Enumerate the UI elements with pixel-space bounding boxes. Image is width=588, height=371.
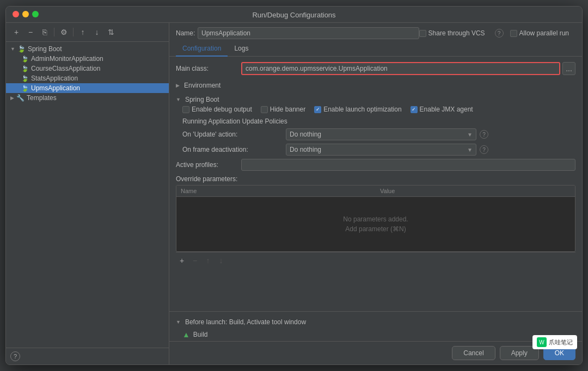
- traffic-lights: [13, 11, 39, 17]
- upms-label: UpmsApplication: [31, 84, 80, 92]
- move-up-button[interactable]: ↑: [77, 26, 89, 38]
- running-policy-title: Running Application Update Policies: [182, 118, 575, 125]
- tabs-row: Configuration Logs: [169, 41, 582, 57]
- dialog-title: Run/Debug Configurations: [252, 11, 335, 19]
- sidebar: + − ⎘ ⚙ ↑ ↓ ⇅ ▼ 🍃 Spring Boot �: [6, 23, 169, 364]
- share-vcs-checkbox[interactable]: [419, 30, 426, 37]
- table-value-col: Value: [376, 186, 575, 196]
- hide-banner-label: Hide banner: [261, 106, 305, 113]
- spring-boot-label: Spring Boot: [28, 45, 62, 53]
- sort-button[interactable]: ⇅: [105, 26, 117, 38]
- header-right: Share through VCS ? Allow parallel run: [419, 29, 575, 38]
- name-input[interactable]: [198, 27, 419, 39]
- enable-debug-checkbox[interactable]: [182, 106, 189, 113]
- active-profiles-input[interactable]: [241, 159, 575, 171]
- on-frame-arrow: ▼: [467, 147, 473, 153]
- on-frame-help[interactable]: ?: [480, 145, 488, 154]
- enable-debug-text: Enable debug output: [192, 106, 252, 113]
- on-frame-value: Do nothing: [290, 146, 321, 153]
- toolbar-separator: [54, 28, 54, 36]
- before-launch-label: Before launch: Build, Activate tool wind…: [185, 318, 306, 326]
- settings-button[interactable]: ⚙: [58, 26, 70, 38]
- override-section: Override parameters: Name Value No param…: [176, 175, 575, 269]
- admin-monitor-label: AdminMonitorApplication: [31, 55, 103, 63]
- override-title: Override parameters:: [176, 175, 575, 183]
- add-config-button[interactable]: +: [10, 26, 22, 38]
- tab-logs[interactable]: Logs: [228, 41, 255, 57]
- on-update-value: Do nothing: [290, 131, 321, 138]
- enable-jmx-text: Enable JMX agent: [420, 106, 473, 113]
- environment-chevron: ▶: [176, 83, 180, 88]
- build-label: Build: [193, 331, 208, 338]
- environment-header[interactable]: ▶ Environment: [176, 79, 575, 91]
- minimize-button[interactable]: [22, 11, 29, 17]
- spring-boot-options: Enable debug output Hide banner Enable l…: [182, 106, 575, 113]
- templates-group[interactable]: ▶ 🔧 Templates: [6, 93, 169, 103]
- copy-config-button[interactable]: ⎘: [39, 26, 51, 38]
- add-param-text: Add parameter: [345, 225, 388, 233]
- spring-boot-section-label: Spring Boot: [185, 96, 219, 103]
- spring-boot-chevron: ▼: [10, 46, 15, 52]
- enable-jmx-checkbox[interactable]: [411, 106, 418, 113]
- on-update-dropdown[interactable]: Do nothing ▼: [286, 128, 476, 140]
- table-body: No parameters added. Add parameter (⌘N): [176, 197, 575, 251]
- help-button[interactable]: ?: [10, 351, 20, 361]
- spring-boot-section-chevron: ▼: [176, 97, 181, 102]
- on-update-help[interactable]: ?: [480, 130, 488, 139]
- on-frame-dropdown[interactable]: Do nothing ▼: [286, 144, 476, 156]
- environment-section: ▶ Environment: [176, 79, 575, 91]
- enable-launch-opt-text: Enable launch optimization: [323, 106, 401, 113]
- move-down-button[interactable]: ↓: [91, 26, 103, 38]
- course-class-icon: 🍃: [21, 65, 29, 72]
- override-table: Name Value No parameters added. Add para…: [176, 185, 575, 252]
- main-content: + − ⎘ ⚙ ↑ ↓ ⇅ ▼ 🍃 Spring Boot �: [6, 23, 582, 364]
- table-header: Name Value: [176, 186, 575, 197]
- maximize-button[interactable]: [32, 11, 39, 17]
- spring-boot-section-header[interactable]: ▼ Spring Boot: [176, 94, 575, 106]
- main-class-row: Main class: ...: [176, 62, 575, 75]
- share-vcs-help[interactable]: ?: [495, 29, 504, 38]
- sidebar-item-admin-monitor[interactable]: 🍃 AdminMonitorApplication: [6, 54, 169, 64]
- table-down-button[interactable]: ↓: [215, 255, 227, 267]
- sidebar-item-stats[interactable]: 🍃 StatsApplication: [6, 73, 169, 83]
- before-launch-header[interactable]: ▼ Before launch: Build, Activate tool wi…: [169, 316, 582, 328]
- active-profiles-label: Active profiles:: [176, 161, 241, 169]
- stats-label: StatsApplication: [31, 75, 78, 82]
- spring-boot-section-content: Enable debug output Hide banner Enable l…: [176, 106, 575, 156]
- sidebar-item-upms[interactable]: 🍃 UpmsApplication: [6, 83, 169, 93]
- browse-main-class-button[interactable]: ...: [562, 62, 575, 75]
- environment-label: Environment: [184, 82, 220, 89]
- sidebar-toolbar: + − ⎘ ⚙ ↑ ↓ ⇅: [6, 23, 169, 42]
- close-button[interactable]: [13, 11, 19, 17]
- on-frame-row: On frame deactivation: Do nothing ▼ ?: [182, 144, 575, 156]
- table-name-col: Name: [176, 186, 376, 196]
- tab-configuration[interactable]: Configuration: [176, 41, 228, 57]
- profiles-row: Active profiles:: [176, 159, 575, 171]
- sidebar-item-course-class[interactable]: 🍃 CourseClassApplication: [6, 64, 169, 73]
- before-launch-section: ▼ Before launch: Build, Activate tool wi…: [169, 311, 582, 341]
- enable-launch-opt-checkbox[interactable]: [314, 106, 321, 113]
- hide-banner-checkbox[interactable]: [261, 106, 268, 113]
- build-icon: ▲: [182, 330, 190, 339]
- upms-icon: 🍃: [21, 85, 29, 92]
- table-add-button[interactable]: +: [176, 255, 188, 267]
- toolbar-separator-2: [73, 28, 74, 36]
- admin-monitor-icon: 🍃: [21, 55, 29, 63]
- allow-parallel-label: Allow parallel run: [510, 29, 569, 37]
- share-vcs-label: Share through VCS: [419, 29, 485, 37]
- main-class-label: Main class:: [176, 65, 241, 72]
- spring-boot-group[interactable]: ▼ 🍃 Spring Boot: [6, 44, 169, 54]
- remove-config-button[interactable]: −: [24, 26, 36, 38]
- allow-parallel-checkbox[interactable]: [510, 30, 517, 37]
- watermark-text: 爪哇笔记: [549, 338, 573, 347]
- add-param-link[interactable]: Add parameter (⌘N): [345, 225, 406, 233]
- table-toolbar: + − ↑ ↓: [176, 252, 575, 269]
- build-item: ▲ Build: [169, 328, 582, 341]
- table-up-button[interactable]: ↑: [202, 255, 214, 267]
- enable-debug-label: Enable debug output: [182, 106, 252, 113]
- table-remove-button[interactable]: −: [189, 255, 201, 267]
- main-class-input[interactable]: [241, 62, 560, 75]
- watermark: W 爪哇笔记: [532, 335, 577, 349]
- run-debug-dialog: Run/Debug Configurations + − ⎘ ⚙ ↑ ↓ ⇅ ▼…: [5, 6, 583, 365]
- cancel-button[interactable]: Cancel: [452, 346, 495, 360]
